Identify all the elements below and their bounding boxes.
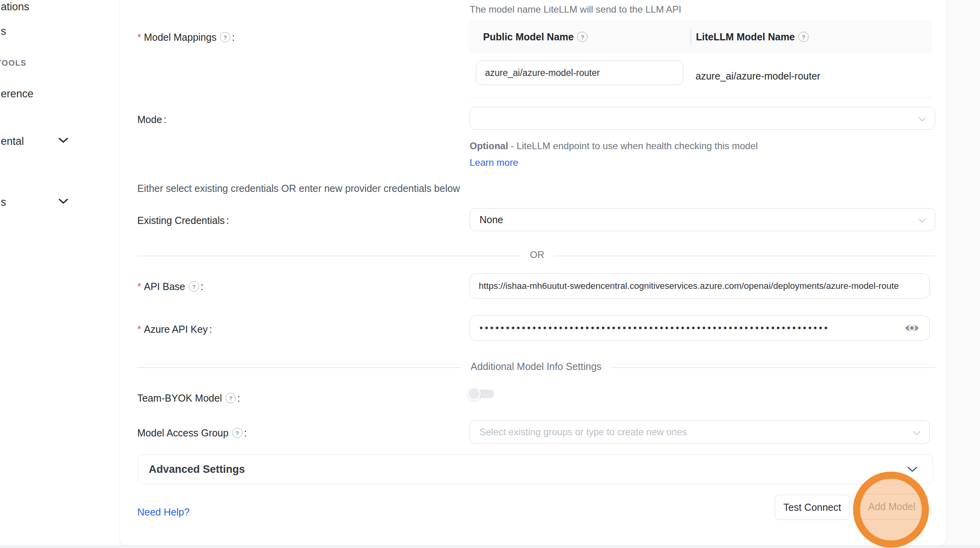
required-asterisk: * [137,324,141,335]
chevron-down-icon[interactable] [59,138,68,145]
table-column-divider [690,28,691,46]
api-base-label: * API Base ? : [137,279,203,294]
model-mappings-label: * Model Mappings ? : [137,29,235,45]
divider-line [137,256,521,256]
additional-settings-divider-text: Additional Model Info Settings [461,361,612,372]
public-model-name-header: Public Model Name ? [470,31,690,43]
label-colon: : [226,215,229,226]
existing-credentials-label: Existing Credentials : [137,212,229,228]
chevron-down-icon [913,427,921,438]
help-icon[interactable]: ? [189,281,199,292]
team-byok-label: Team-BYOK Model ? : [137,390,240,406]
sidebar: ations s TOOLS erence ental s [0,0,119,545]
model-mappings-table: Public Model Name ? LiteLLM Model Name ?… [470,20,932,98]
existing-credentials-value: None [480,214,503,226]
help-icon[interactable]: ? [220,32,230,42]
chevron-down-icon [918,214,926,226]
advanced-settings-title: Advanced Settings [149,463,907,476]
team-byok-label-text: Team-BYOK Model [137,393,222,404]
learn-more-link[interactable]: Learn more [470,157,518,168]
mode-hint-text: - LiteLLM endpoint to use when health ch… [508,140,758,151]
add-model-button[interactable]: Add Model [856,494,928,520]
azure-api-key-input[interactable]: ••••••••••••••••••••••••••••••••••••••••… [470,315,930,341]
test-connect-button[interactable]: Test Connect [775,495,850,520]
model-access-group-select[interactable]: Select existing groups or type to create… [470,420,930,444]
divider-line [554,256,935,256]
label-colon: : [237,393,240,404]
mode-hint: Optional - LiteLLM endpoint to use when … [470,138,800,171]
existing-credentials-select[interactable]: None [470,208,935,231]
azure-api-key-label-text: Azure API Key [144,324,208,335]
model-name-hint: The model name LiteLLM will send to the … [470,4,681,15]
public-model-name-header-text: Public Model Name [483,31,574,43]
help-icon[interactable]: ? [798,32,809,42]
existing-credentials-label-text: Existing Credentials [137,215,225,226]
eye-icon[interactable] [904,322,920,334]
mode-select[interactable] [470,107,935,130]
credentials-note: Either select existing credentials OR en… [137,183,460,194]
mode-hint-bold: Optional [470,140,508,151]
label-colon: : [164,114,167,125]
litellm-model-name-header: LiteLLM Model Name ? [690,31,809,43]
sidebar-item-clipped-2[interactable]: s [1,25,6,38]
label-colon: : [209,324,212,335]
advanced-settings-panel[interactable]: Advanced Settings [137,454,933,484]
litellm-model-name-value: azure_ai/azure-model-router [696,70,820,82]
model-mappings-table-header: Public Model Name ? LiteLLM Model Name ? [470,20,932,54]
add-model-page: ations s TOOLS erence ental s The model … [0,0,980,548]
label-colon: : [244,427,247,439]
need-help-link[interactable]: Need Help? [137,506,190,518]
required-asterisk: * [137,281,141,292]
azure-api-key-label: * Azure API Key : [137,321,212,337]
model-mapping-row: azure_ai/azure-model-router [470,54,932,98]
model-access-group-label: Model Access Group ? : [137,425,247,441]
model-access-group-label-text: Model Access Group [137,427,229,439]
toggle-knob [467,387,481,400]
public-model-name-input[interactable] [476,61,683,85]
sidebar-item-clipped-3[interactable]: erence [1,88,34,100]
required-asterisk: * [137,32,141,43]
model-access-group-placeholder: Select existing groups or type to create… [480,427,687,438]
model-mappings-label-text: Model Mappings [144,32,216,43]
api-base-label-text: API Base [144,281,185,292]
page-bottom-gutter [0,545,980,548]
api-base-input[interactable] [470,273,930,299]
team-byok-toggle[interactable] [467,387,495,400]
chevron-down-icon [918,113,926,124]
help-icon[interactable]: ? [232,428,243,438]
help-icon[interactable]: ? [577,32,588,42]
litellm-model-name-header-text: LiteLLM Model Name [696,31,795,43]
help-icon[interactable]: ? [226,393,236,403]
azure-api-key-masked-value: ••••••••••••••••••••••••••••••••••••••••… [480,322,830,334]
divider-line [137,367,461,368]
sidebar-item-clipped-5[interactable]: s [1,196,6,209]
chevron-down-icon [907,466,917,472]
label-colon: : [201,281,203,292]
divider-line [612,367,935,368]
label-colon: : [232,32,235,43]
sidebar-item-clipped-1[interactable]: ations [1,1,29,13]
or-divider-text: OR [521,249,554,260]
chevron-down-icon[interactable] [59,199,68,206]
mode-label-text: Mode [137,114,162,125]
mode-label: Mode : [137,112,167,127]
sidebar-item-clipped-4[interactable]: ental [1,135,24,148]
sidebar-section-tools: TOOLS [0,59,27,68]
